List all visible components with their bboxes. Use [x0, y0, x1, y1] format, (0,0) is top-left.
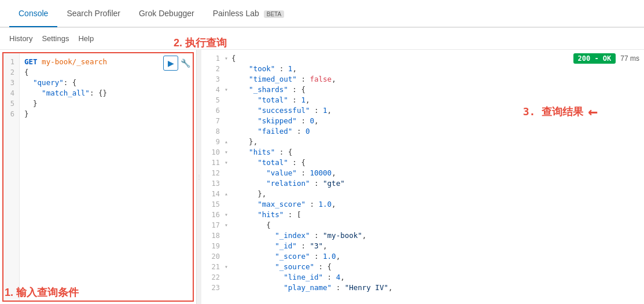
resp-line-12: 12 "value" : 10000,: [208, 168, 637, 178]
resp-line-10: 10 ▾ "hits" : {: [208, 147, 637, 158]
top-nav: Console Search Profiler Grok Debugger Pa…: [0, 0, 644, 28]
editor-area[interactable]: 1 2 3 4 5 6 GET my-book/_search { "query…: [2, 52, 194, 302]
annotation-3-arrow: ←: [588, 102, 598, 121]
annotation-2-label: 2. 执行查询: [174, 36, 227, 50]
code-line-4: "match_all": {}: [24, 88, 188, 98]
right-panel: 200 - OK 77 ms 3. 查询结果 ← 1 ▾ { 2 "took" …: [201, 50, 644, 304]
sub-toolbar: History Settings Help 2. 执行查询: [0, 28, 644, 50]
painless-lab-label: Painless Lab: [213, 9, 259, 18]
nav-item-console[interactable]: Console: [9, 1, 57, 27]
settings-btn[interactable]: Settings: [42, 34, 69, 43]
help-btn[interactable]: Help: [78, 34, 94, 43]
annotation-1-label: 1. 输入查询条件: [5, 285, 79, 299]
nav-item-grok-debugger[interactable]: Grok Debugger: [130, 1, 204, 27]
editor-line-numbers: 1 2 3 4 5 6: [3, 53, 20, 301]
code-line-5: }: [24, 98, 188, 109]
resp-line-20: 20 "_score" : 1.0,: [208, 251, 637, 262]
main-area: 1 2 3 4 5 6 GET my-book/_search { "query…: [0, 50, 644, 304]
nav-item-painless-lab[interactable]: Painless Lab BETA: [204, 1, 293, 27]
history-btn[interactable]: History: [9, 34, 32, 43]
resp-line-14: 14 ▴ },: [208, 189, 637, 199]
resp-line-13: 13 "relation" : "gte": [208, 178, 637, 189]
resp-line-23: 23 "play_name" : "Henry IV",: [208, 283, 637, 293]
resp-line-3: 3 "timed_out" : false,: [208, 74, 637, 85]
resp-line-22: 22 "line_id" : 4,: [208, 272, 637, 283]
resp-line-16: 16 ▾ "hits" : [: [208, 210, 637, 220]
execute-btn-area: ▶ 🔧: [163, 56, 190, 71]
code-line-3: "query": {: [24, 78, 188, 88]
status-bar: 200 - OK 77 ms: [573, 53, 639, 64]
panel-divider[interactable]: ⋮: [197, 50, 201, 304]
resp-line-21: 21 ▾ "_source" : {: [208, 262, 637, 272]
resp-line-19: 19 "_id" : "3",: [208, 241, 637, 251]
annotation-3-label: 3. 查询结果 ←: [523, 102, 598, 121]
code-editor[interactable]: GET my-book/_search { "query": { "match_…: [20, 53, 193, 301]
nav-item-search-profiler[interactable]: Search Profiler: [57, 1, 130, 27]
code-line-6: }: [24, 109, 188, 119]
resp-line-9: 9 ▴ },: [208, 137, 637, 147]
status-code: 200 - OK: [573, 53, 616, 64]
resp-line-17: 17 ▾ {: [208, 220, 637, 230]
execute-button[interactable]: ▶: [163, 56, 178, 71]
resp-line-8: 8 "failed" : 0: [208, 126, 637, 137]
status-time: 77 ms: [620, 54, 639, 63]
beta-badge: BETA: [264, 10, 284, 18]
resp-line-4: 4 ▾ "_shards" : {: [208, 85, 637, 95]
resp-line-11: 11 ▾ "total" : {: [208, 158, 637, 168]
resp-line-15: 15 "max_score" : 1.0,: [208, 199, 637, 210]
response-area: 1 ▾ { 2 "took" : 1, 3 "timed_out" : fals…: [201, 50, 644, 296]
resp-line-18: 18 "_index" : "my-book",: [208, 230, 637, 241]
resp-line-2: 2 "took" : 1,: [208, 64, 637, 74]
wrench-icon[interactable]: 🔧: [181, 58, 190, 68]
left-panel: 1 2 3 4 5 6 GET my-book/_search { "query…: [0, 50, 197, 304]
